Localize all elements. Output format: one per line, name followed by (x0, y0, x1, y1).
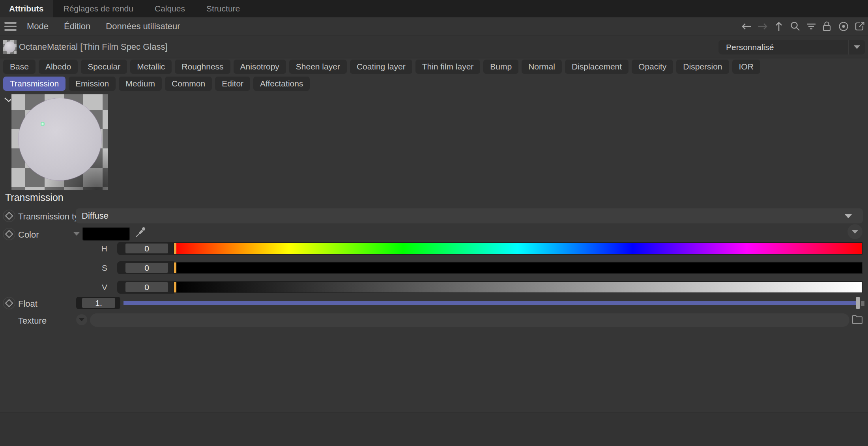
channel-tab-specular[interactable]: Specular (81, 60, 127, 74)
channel-tab-roughness[interactable]: Roughness (175, 60, 230, 74)
attribute-toolbar: Mode Édition Données utilisateur (0, 17, 868, 36)
keyframe-diamond-icon[interactable] (2, 296, 16, 310)
float-label: Float (18, 299, 37, 309)
top-menu-bar: Attributs Réglages de rendu Calques Stru… (0, 0, 868, 17)
menu-mode[interactable]: Mode (27, 21, 49, 32)
channel-tab-medium[interactable]: Medium (119, 77, 162, 91)
preview-sparkle (41, 122, 45, 126)
menu-donnees-utilisateur[interactable]: Données utilisateur (106, 21, 180, 32)
tab-attributs[interactable]: Attributs (0, 0, 53, 17)
preset-dropdown[interactable]: Personnalisé (718, 40, 865, 54)
chevron-down-icon (852, 230, 858, 234)
channel-tab-base[interactable]: Base (3, 60, 36, 74)
float-input[interactable]: 1. (76, 297, 120, 309)
transmission-panel: Transmission Transmission type Diffuse C… (0, 92, 868, 412)
saturation-label: S (90, 261, 107, 274)
color-expander-triangle[interactable] (73, 232, 80, 236)
transmission-type-value: Diffuse (82, 208, 108, 223)
transmission-type-select[interactable]: Diffuse (76, 208, 863, 223)
hue-input[interactable]: 0 (117, 242, 176, 255)
channel-tabs-row-2: TransmissionEmissionMediumCommonEditorAf… (0, 75, 868, 92)
preview-sphere (19, 98, 101, 180)
channel-tab-emission[interactable]: Emission (69, 77, 116, 91)
hue-gradient-slider[interactable] (174, 243, 862, 254)
eyedropper-icon[interactable] (134, 226, 147, 240)
channel-tabs-row-1: BaseAlbedoSpecularMetallicRoughnessAniso… (0, 58, 868, 75)
open-external-icon[interactable] (854, 21, 866, 32)
keyframe-diamond-icon[interactable] (2, 227, 16, 241)
up-arrow-icon[interactable] (773, 21, 785, 32)
channel-tab-normal[interactable]: Normal (522, 60, 562, 74)
hue-label: H (90, 242, 107, 255)
attribute-manager-window: Attributs Réglages de rendu Calques Stru… (0, 0, 868, 446)
hamburger-menu-icon[interactable] (4, 22, 17, 31)
float-slider-notch (861, 301, 864, 306)
channel-tab-displacement[interactable]: Displacement (565, 60, 629, 74)
value-input[interactable]: 0 (117, 281, 176, 294)
texture-path-field[interactable] (90, 313, 849, 327)
record-target-icon[interactable] (838, 21, 849, 32)
filter-icon[interactable] (805, 21, 817, 32)
material-title: OctaneMaterial [Thin Film Spec Glass] (19, 36, 168, 58)
search-icon[interactable] (789, 21, 801, 32)
texture-dropdown-button[interactable] (76, 314, 87, 325)
color-label: Color (18, 230, 39, 240)
material-thumbnail[interactable] (3, 40, 17, 54)
material-title-row: OctaneMaterial [Thin Film Spec Glass] Pe… (0, 36, 868, 58)
chevron-down-icon (854, 45, 860, 49)
color-options-dropdown[interactable] (847, 224, 862, 239)
section-title: Transmission (5, 192, 64, 203)
color-swatch[interactable] (83, 228, 129, 240)
channel-tab-opacity[interactable]: Opacity (632, 60, 673, 74)
float-value[interactable]: 1. (82, 298, 115, 308)
channel-tab-transmission[interactable]: Transmission (3, 77, 65, 91)
channel-tab-thin-film-layer[interactable]: Thin film layer (415, 60, 481, 74)
toolbar-icons (741, 21, 868, 32)
saturation-input[interactable]: 0 (117, 261, 176, 274)
texture-label: Texture (18, 316, 47, 326)
value-value[interactable]: 0 (125, 282, 168, 292)
folder-browse-icon[interactable] (851, 314, 863, 326)
empty-panel-area (0, 412, 868, 446)
value-label: V (90, 281, 107, 294)
tab-structure[interactable]: Structure (196, 0, 251, 17)
channel-tab-affectations[interactable]: Affectations (253, 77, 310, 91)
value-gradient-slider[interactable] (174, 282, 862, 292)
channel-tab-dispersion[interactable]: Dispersion (676, 60, 729, 74)
tab-reglages-de-rendu[interactable]: Réglages de rendu (53, 0, 144, 17)
keyframe-diamond-icon[interactable] (2, 209, 16, 223)
float-slider-track[interactable] (123, 301, 858, 305)
channel-tab-ior[interactable]: IOR (732, 60, 760, 74)
value-slider-marker[interactable] (174, 282, 176, 292)
preset-value: Personnalisé (718, 43, 848, 52)
saturation-value[interactable]: 0 (125, 263, 168, 273)
forward-arrow-icon[interactable] (757, 21, 769, 32)
channel-tab-sheen-layer[interactable]: Sheen layer (289, 60, 347, 74)
channel-tab-common[interactable]: Common (165, 77, 212, 91)
channel-tab-metallic[interactable]: Metallic (130, 60, 172, 74)
channel-tab-anisotropy[interactable]: Anisotropy (234, 60, 286, 74)
saturation-slider-marker[interactable] (174, 262, 176, 273)
lock-icon[interactable] (821, 21, 833, 32)
saturation-gradient-slider[interactable] (174, 262, 862, 273)
chevron-down-icon (79, 318, 84, 321)
hue-slider-marker[interactable] (174, 243, 176, 254)
channel-tab-bump[interactable]: Bump (483, 60, 518, 74)
tab-calques[interactable]: Calques (144, 0, 196, 17)
channel-tab-coating-layer[interactable]: Coating layer (350, 60, 412, 74)
chevron-down-icon (845, 214, 852, 218)
material-preview[interactable] (11, 94, 108, 190)
channel-tab-albedo[interactable]: Albedo (39, 60, 78, 74)
channel-tab-editor[interactable]: Editor (215, 77, 250, 91)
float-slider-handle[interactable] (856, 297, 860, 309)
back-arrow-icon[interactable] (741, 21, 752, 32)
preset-dropdown-arrow[interactable] (848, 40, 865, 54)
hue-value[interactable]: 0 (125, 244, 168, 253)
menu-edition[interactable]: Édition (64, 21, 90, 32)
